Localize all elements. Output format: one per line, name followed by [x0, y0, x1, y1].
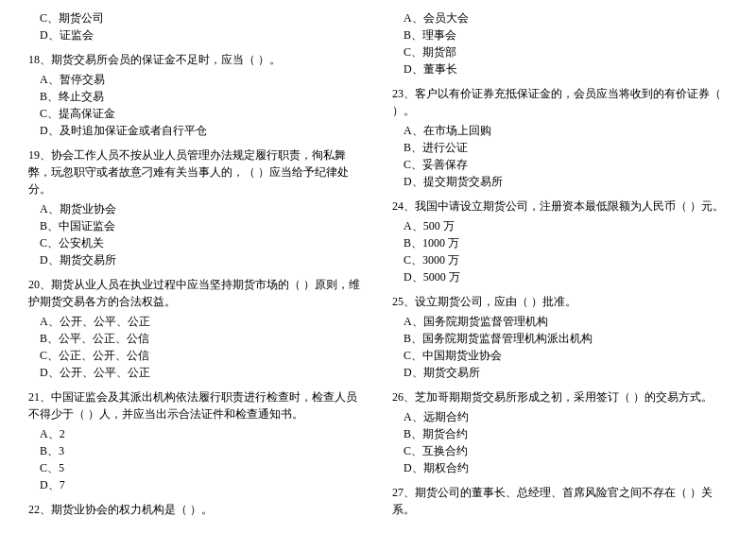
q21-option-a: A、2 [40, 425, 364, 442]
question-19: 19、协会工作人员不按从业人员管理办法规定履行职责，徇私舞弊，玩忽职守或者故意刁… [28, 146, 364, 268]
question-20: 20、期货从业人员在执业过程中应当坚持期货市场的（ ）原则，维护期货交易各方的合… [28, 276, 364, 381]
q20-option-a: A、公开、公平、公正 [40, 313, 364, 330]
question-prev-right: A、会员大会 B、理事会 C、期货部 D、董事长 [392, 9, 728, 78]
right-column: A、会员大会 B、理事会 C、期货部 D、董事长 23、客户以有价证券充抵保证金… [378, 9, 728, 525]
q25-option-c: C、中国期货业协会 [404, 347, 728, 364]
question-27: 27、期货公司的董事长、总经理、首席风险官之间不存在（ ）关系。 [392, 484, 728, 518]
question-20-title: 20、期货从业人员在执业过程中应当坚持期货市场的（ ）原则，维护期货交易各方的合… [28, 276, 364, 310]
question-25-title: 25、设立期货公司，应由（ ）批准。 [392, 293, 728, 310]
question-23-title: 23、客户以有价证券充抵保证金的，会员应当将收到的有价证券（ ）。 [392, 85, 728, 119]
q26-option-d: D、期权合约 [404, 459, 728, 476]
question-27-title: 27、期货公司的董事长、总经理、首席风险官之间不存在（ ）关系。 [392, 484, 728, 518]
q18-option-d: D、及时追加保证金或者自行平仓 [40, 122, 364, 139]
question-24-title: 24、我国中请设立期货公司，注册资本最低限额为人民币（ ）元。 [392, 198, 728, 215]
q24-option-c: C、3000 万 [404, 251, 728, 268]
q26-option-b: B、期货合约 [404, 425, 728, 442]
r-option-a-huiyuan: A、会员大会 [404, 9, 728, 26]
question-26-title: 26、芝加哥期期货交易所形成之初，采用签订（ ）的交易方式。 [392, 388, 728, 405]
question-22-title: 22、期货业协会的权力机构是（ ）。 [28, 501, 364, 518]
q26-option-c: C、互换合约 [404, 442, 728, 459]
q26-option-a: A、远期合约 [404, 408, 728, 425]
question-18-title: 18、期货交易所会员的保证金不足时，应当（ ）。 [28, 51, 364, 68]
q24-option-a: A、500 万 [404, 217, 728, 234]
question-prev-left: C、期货公司 D、证监会 [28, 9, 364, 43]
q20-option-d: D、公开、公平、公正 [40, 364, 364, 381]
r-option-b-lishihui: B、理事会 [404, 26, 728, 43]
q23-option-d: D、提交期货交易所 [404, 173, 728, 190]
q25-option-a: A、国务院期货监督管理机构 [404, 313, 728, 330]
r-option-d-dongshizhang: D、董事长 [404, 60, 728, 78]
q19-option-d: D、期货交易所 [40, 251, 364, 268]
q19-option-a: A、期货业协会 [40, 200, 364, 217]
question-23: 23、客户以有价证券充抵保证金的，会员应当将收到的有价证券（ ）。 A、在市场上… [392, 85, 728, 190]
q18-option-b: B、终止交易 [40, 88, 364, 105]
option-c-huogong: C、期货公司 [40, 9, 364, 26]
option-d-jianjianhui: D、证监会 [40, 26, 364, 43]
q21-option-b: B、3 [40, 442, 364, 459]
q23-option-a: A、在市场上回购 [404, 122, 728, 139]
left-column: C、期货公司 D、证监会 18、期货交易所会员的保证金不足时，应当（ ）。 A、… [28, 9, 378, 525]
q21-option-d: D、7 [40, 476, 364, 493]
question-26: 26、芝加哥期期货交易所形成之初，采用签订（ ）的交易方式。 A、远期合约 B、… [392, 388, 728, 476]
q25-option-b: B、国务院期货监督管理机构派出机构 [404, 330, 728, 347]
q24-option-b: B、1000 万 [404, 234, 728, 251]
q25-option-d: D、期货交易所 [404, 364, 728, 381]
q23-option-c: C、妥善保存 [404, 156, 728, 173]
question-18: 18、期货交易所会员的保证金不足时，应当（ ）。 A、暂停交易 B、终止交易 C… [28, 51, 364, 139]
q18-option-c: C、提高保证金 [40, 105, 364, 122]
question-25: 25、设立期货公司，应由（ ）批准。 A、国务院期货监督管理机构 B、国务院期货… [392, 293, 728, 381]
question-19-title: 19、协会工作人员不按从业人员管理办法规定履行职责，徇私舞弊，玩忽职守或者故意刁… [28, 146, 364, 198]
q23-option-b: B、进行公证 [404, 139, 728, 156]
question-21: 21、中国证监会及其派出机构依法履行职责进行检查时，检查人员不得少于（ ）人，并… [28, 388, 364, 493]
q24-option-d: D、5000 万 [404, 268, 728, 285]
question-21-title: 21、中国证监会及其派出机构依法履行职责进行检查时，检查人员不得少于（ ）人，并… [28, 388, 364, 422]
q21-option-c: C、5 [40, 459, 364, 476]
q18-option-a: A、暂停交易 [40, 71, 364, 88]
question-24: 24、我国中请设立期货公司，注册资本最低限额为人民币（ ）元。 A、500 万 … [392, 198, 728, 285]
q20-option-c: C、公正、公开、公信 [40, 347, 364, 364]
q19-option-c: C、公安机关 [40, 234, 364, 251]
question-22: 22、期货业协会的权力机构是（ ）。 [28, 501, 364, 518]
q20-option-b: B、公平、公正、公信 [40, 330, 364, 347]
r-option-c-qihuobu: C、期货部 [404, 43, 728, 60]
q19-option-b: B、中国证监会 [40, 217, 364, 234]
